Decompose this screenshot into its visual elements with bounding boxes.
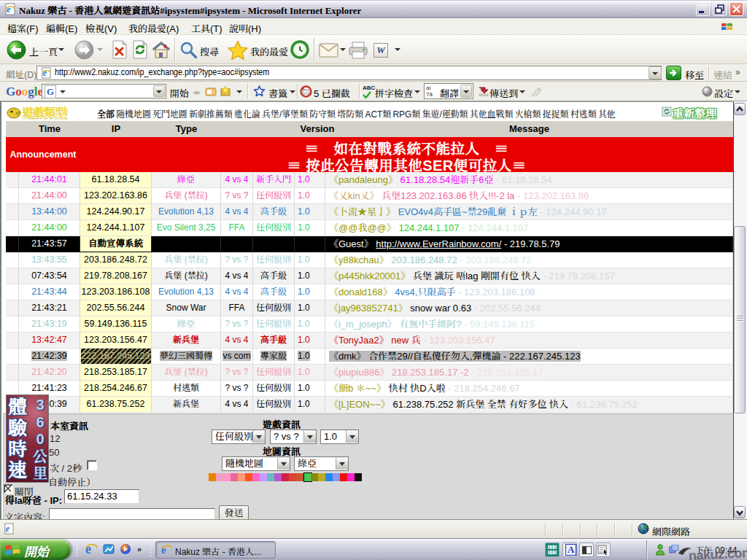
svg-text:e: e	[6, 524, 10, 534]
svg-text:e: e	[43, 68, 47, 78]
svg-text:e: e	[7, 4, 11, 15]
